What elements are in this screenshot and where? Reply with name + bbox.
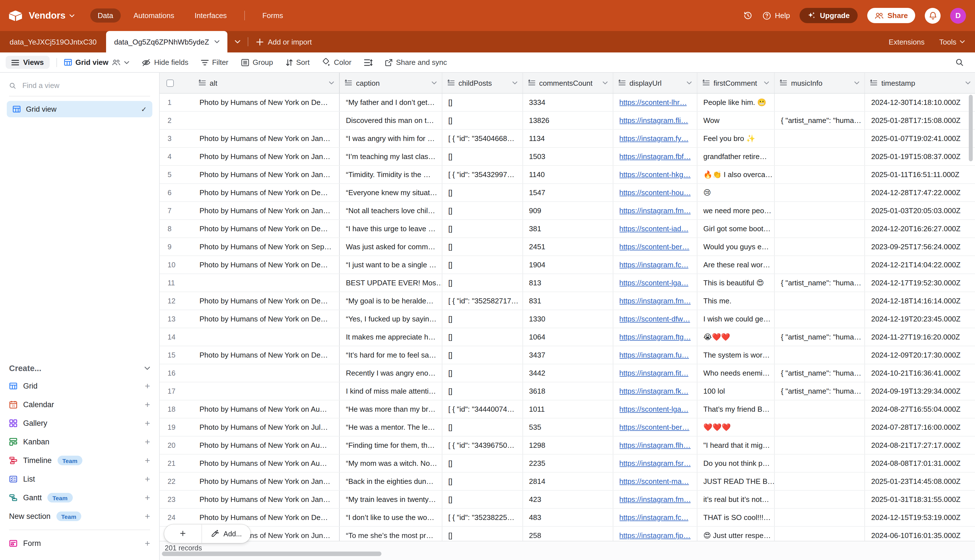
cell-firstComment[interactable]: grandfather retire…: [697, 148, 775, 165]
row-number[interactable]: 3: [160, 130, 193, 147]
cell-firstComment[interactable]: 100 lol: [697, 382, 775, 400]
cell-displayUrl[interactable]: https://scontent-iad…: [613, 220, 697, 237]
cell-caption[interactable]: “I don’t like to use the wo…: [340, 509, 442, 526]
row-number[interactable]: 2: [160, 112, 193, 129]
cell-alt[interactable]: Photo by Humans of New York on De…: [193, 346, 340, 364]
cell-caption[interactable]: Was just asked for comm…: [340, 238, 442, 255]
url-link[interactable]: https://scontent-ber…: [619, 423, 690, 432]
cell-commentsCount[interactable]: 1064: [523, 328, 613, 346]
cell-firstComment[interactable]: Would you guys e…: [697, 238, 775, 255]
cell-firstComment[interactable]: we need more peo…: [697, 202, 775, 219]
table-tab-0[interactable]: data_YeJXCj519OJntxC30: [0, 31, 106, 52]
cell-timestamp[interactable]: 2024-12-19T20:23:45.000Z: [865, 310, 975, 328]
horizontal-scrollbar[interactable]: [162, 552, 381, 556]
url-link[interactable]: https://instagram.flh…: [619, 441, 690, 450]
row-number[interactable]: 7: [160, 202, 193, 219]
cell-commentsCount[interactable]: 1330: [523, 310, 613, 328]
cell-displayUrl[interactable]: https://scontent-ma…: [613, 473, 697, 490]
column-header-commentsCount[interactable]: AcommentsCount: [523, 73, 613, 93]
cell-caption[interactable]: “Timidity. Timidity is the …: [340, 166, 442, 183]
cell-childPosts[interactable]: []: [442, 418, 523, 436]
cell-caption[interactable]: “To me she’s the most pr…: [340, 527, 442, 542]
cell-firstComment[interactable]: 🔥👏 I also overca…: [697, 166, 775, 183]
top-nav-automations[interactable]: Automations: [126, 8, 182, 23]
cell-caption[interactable]: “He was more than my br…: [340, 400, 442, 418]
sidebar-create-timeline[interactable]: TimelineTeam+: [9, 451, 150, 470]
plus-icon[interactable]: +: [145, 400, 150, 410]
tab-list-chevron-button[interactable]: [227, 31, 247, 52]
cell-alt[interactable]: Photo by Humans of New York on De…: [193, 509, 340, 526]
cell-displayUrl[interactable]: https://instagram.fsr…: [613, 455, 697, 472]
sidebar-create-form[interactable]: Form+: [9, 534, 150, 553]
cell-commentsCount[interactable]: 2451: [523, 238, 613, 255]
cell-timestamp[interactable]: 2025-01-23T14:45:08.000Z: [865, 473, 975, 490]
cell-childPosts[interactable]: []: [442, 346, 523, 364]
sidebar-create-grid[interactable]: Grid+: [9, 377, 150, 395]
cell-timestamp[interactable]: 2025-01-03T20:05:03.000Z: [865, 202, 975, 219]
cell-commentsCount[interactable]: 1011: [523, 400, 613, 418]
row-number[interactable]: 6: [160, 184, 193, 201]
cell-commentsCount[interactable]: 483: [523, 509, 613, 526]
sidebar-create-list[interactable]: List+: [9, 470, 150, 488]
row-number[interactable]: 21: [160, 455, 193, 472]
cell-displayUrl[interactable]: https://instagram.fit…: [613, 364, 697, 382]
cell-displayUrl[interactable]: https://instagram.fm…: [613, 292, 697, 310]
cell-commentsCount[interactable]: 2235: [523, 455, 613, 472]
row-number[interactable]: 23: [160, 491, 193, 508]
cell-alt[interactable]: Photo by Humans of New York on De…: [193, 184, 340, 201]
cell-caption[interactable]: “My father and I don’t get…: [340, 93, 442, 111]
cell-childPosts[interactable]: [ { "id": "35432997…: [442, 166, 523, 183]
cell-musicInfo[interactable]: [775, 202, 865, 219]
cell-alt[interactable]: [193, 274, 340, 292]
row-number[interactable]: 14: [160, 328, 193, 346]
cell-childPosts[interactable]: []: [442, 148, 523, 165]
cell-childPosts[interactable]: []: [442, 328, 523, 346]
select-all-checkbox[interactable]: [167, 79, 174, 87]
cell-timestamp[interactable]: 2024-10-21T16:36:41.000Z: [865, 364, 975, 382]
cell-caption[interactable]: “My train leaves in twenty…: [340, 491, 442, 508]
cell-childPosts[interactable]: [ { "id": "352582717…: [442, 292, 523, 310]
cell-caption[interactable]: “My mom was a witch. No…: [340, 455, 442, 472]
cell-displayUrl[interactable]: https://instagram.fli…: [613, 112, 697, 129]
cell-timestamp[interactable]: 2025-01-07T19:02:41.000Z: [865, 130, 975, 147]
cell-childPosts[interactable]: []: [442, 364, 523, 382]
cell-displayUrl[interactable]: https://scontent-ber…: [613, 238, 697, 255]
cell-timestamp[interactable]: 2024-12-15T19:53:19.000Z: [865, 509, 975, 526]
cell-musicInfo[interactable]: { "artist_name": "huma…: [775, 274, 865, 292]
top-nav-data[interactable]: Data: [90, 8, 120, 23]
cell-caption[interactable]: “My goal is to be heralde…: [340, 292, 442, 310]
plus-icon[interactable]: +: [145, 437, 150, 447]
cell-commentsCount[interactable]: 3618: [523, 382, 613, 400]
cell-musicInfo[interactable]: [775, 220, 865, 237]
cell-commentsCount[interactable]: 831: [523, 292, 613, 310]
row-number[interactable]: 4: [160, 148, 193, 165]
create-section-header[interactable]: Create...: [9, 360, 150, 377]
cell-musicInfo[interactable]: [775, 418, 865, 436]
cell-displayUrl[interactable]: https://scontent-lga…: [613, 400, 697, 418]
cell-timestamp[interactable]: 2024-08-21T17:27:17.000Z: [865, 437, 975, 454]
add-or-import-button[interactable]: Add or import: [248, 31, 320, 52]
row-number[interactable]: 1: [160, 93, 193, 111]
url-link[interactable]: https://scontent-lga…: [619, 405, 689, 413]
row-number[interactable]: 13: [160, 310, 193, 328]
url-link[interactable]: https://scontent-lhr…: [619, 98, 687, 107]
sidebar-create-calendar[interactable]: 31Calendar+: [9, 395, 150, 414]
url-link[interactable]: https://instagram.fu…: [619, 351, 689, 359]
tools-button[interactable]: Tools: [939, 38, 965, 46]
cell-caption[interactable]: “Yes, I fucked up by sayin…: [340, 310, 442, 328]
cell-childPosts[interactable]: []: [442, 527, 523, 542]
cell-alt[interactable]: Photo by Humans of New York on Jan…: [193, 130, 340, 147]
url-link[interactable]: https://instagram.fsr…: [619, 459, 690, 468]
plus-icon[interactable]: +: [145, 538, 150, 548]
cell-firstComment[interactable]: That’s my friend B…: [697, 400, 775, 418]
share-and-sync-button[interactable]: Share and sync: [385, 58, 447, 67]
cell-firstComment[interactable]: This is beautiful 😍: [697, 274, 775, 292]
cell-firstComment[interactable]: 😢: [697, 184, 775, 201]
url-link[interactable]: https://scontent-dfw…: [619, 315, 690, 323]
cell-displayUrl[interactable]: https://scontent-hkg…: [613, 166, 697, 183]
cell-musicInfo[interactable]: [775, 437, 865, 454]
cell-musicInfo[interactable]: [775, 346, 865, 364]
plus-icon[interactable]: +: [145, 418, 150, 428]
url-link[interactable]: https://instagram.fm…: [619, 297, 690, 305]
cell-timestamp[interactable]: 2024-12-30T14:18:10.000Z: [865, 93, 975, 111]
